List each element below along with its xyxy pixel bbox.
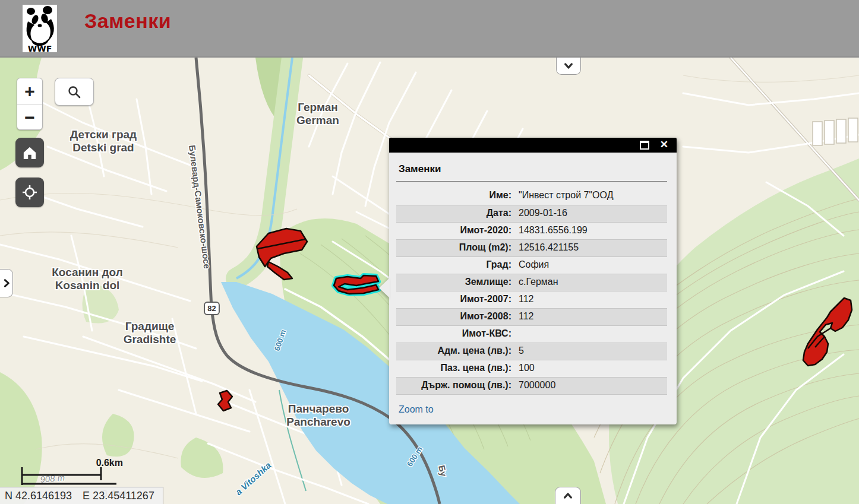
attribute-table: Име:"Инвест строй 7"ООД Дата:2009-01-16 …	[396, 188, 667, 395]
chevron-down-icon	[562, 61, 575, 71]
page-title: Заменки	[84, 9, 171, 33]
popup-title: Заменки	[399, 163, 667, 175]
svg-text:82: 82	[207, 304, 216, 313]
table-row: Имот-КВС:	[396, 325, 667, 343]
table-row: Землище:с.Герман	[396, 274, 667, 291]
app-header: WWF Заменки	[0, 0, 859, 58]
zoom-in-button[interactable]: +	[17, 78, 42, 104]
locate-icon	[21, 184, 38, 201]
chevron-right-icon	[2, 277, 11, 290]
wwf-logo: WWF	[23, 5, 57, 52]
search-button[interactable]	[55, 78, 94, 106]
longitude-value: E 23.45411267	[83, 490, 154, 502]
expand-left-tab[interactable]	[0, 269, 13, 297]
svg-text:Градище: Градище	[125, 320, 175, 332]
locate-button[interactable]	[15, 177, 44, 207]
home-icon	[22, 145, 37, 160]
popup-titlebar[interactable]: ✕	[389, 138, 677, 153]
close-icon[interactable]: ✕	[660, 138, 668, 151]
popup-body: Заменки Име:"Инвест строй 7"ООД Дата:200…	[389, 153, 677, 424]
zoom-out-button[interactable]: −	[17, 104, 42, 131]
popup-divider	[396, 181, 667, 182]
svg-text:a Vitoshka: a Vitoshka	[233, 460, 273, 497]
table-row: Имот-2007:112	[396, 291, 667, 308]
swap-parcel-polygon	[218, 391, 232, 411]
table-row: Площ (m2):12516.421155	[396, 239, 667, 256]
selected-swap-parcel[interactable]	[334, 275, 378, 294]
table-row: Имот-2020:14831.6556.199	[396, 222, 667, 239]
collapse-top-tab[interactable]	[556, 58, 581, 75]
table-row: Адм. цена (лв.):5	[396, 343, 667, 360]
svg-text:Pancharevo: Pancharevo	[286, 416, 350, 428]
buildings	[813, 118, 858, 145]
feature-popup: ✕ Заменки Име:"Инвест строй 7"ООД Дата:2…	[389, 138, 677, 424]
wwf-panda-icon: WWF	[23, 5, 57, 52]
svg-text:Панчарево: Панчарево	[288, 402, 349, 415]
table-row: Държ. помощ (лв.):7000000	[396, 377, 667, 394]
table-row: Град:София	[396, 256, 667, 274]
maximize-icon[interactable]	[640, 141, 649, 150]
coordinates-readout: N 42.6146193 E 23.45411267	[0, 487, 163, 504]
zoom-to-link[interactable]: Zoom to	[399, 404, 434, 415]
svg-text:Детски град: Детски град	[70, 128, 137, 141]
svg-text:Gradishte: Gradishte	[124, 333, 176, 345]
home-button[interactable]	[15, 138, 44, 167]
svg-text:0.6km: 0.6km	[96, 458, 123, 468]
chevron-up-icon	[561, 490, 574, 501]
svg-text:Косанин дол: Косанин дол	[52, 266, 123, 278]
map-viewport[interactable]: 82 Герман German Детски град Detski grad…	[0, 58, 859, 504]
svg-text:Герман: Герман	[298, 101, 338, 113]
svg-text:Detski grad: Detski grad	[72, 141, 134, 154]
svg-text:German: German	[296, 114, 339, 126]
table-row: Дата:2009-01-16	[396, 205, 667, 222]
road-shield-82: 82	[204, 302, 219, 315]
svg-text:Kosanin dol: Kosanin dol	[55, 279, 120, 291]
table-row: Имот-2008:112	[396, 308, 667, 325]
search-icon	[67, 84, 82, 100]
table-row: Паз. цена (лв.):100	[396, 360, 667, 377]
latitude-value: N 42.6146193	[5, 490, 72, 502]
table-row: Име:"Инвест строй 7"ООД	[396, 188, 667, 205]
svg-text:WWF: WWF	[28, 44, 52, 52]
expand-bottom-tab[interactable]	[555, 487, 581, 504]
popup-pointer	[379, 278, 390, 298]
zoom-control: + −	[17, 78, 43, 130]
